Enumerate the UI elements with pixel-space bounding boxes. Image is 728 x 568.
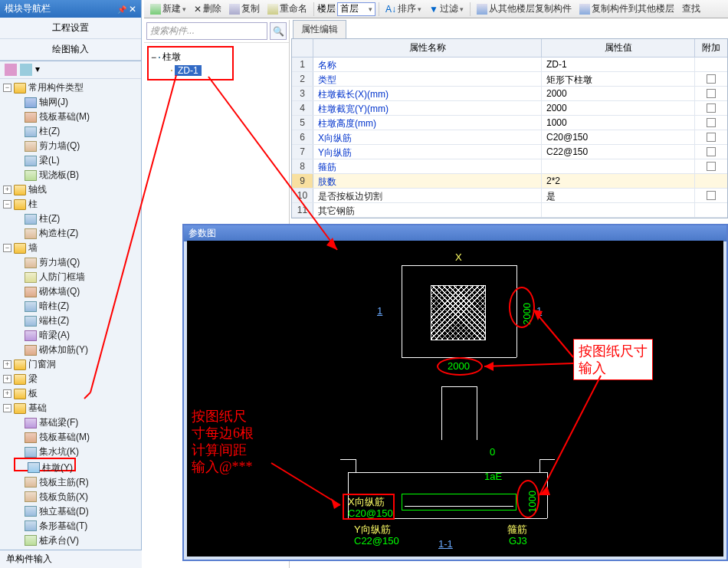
chk-5[interactable]: [707, 118, 716, 127]
nav-ico-2[interactable]: [20, 64, 32, 76]
close-icon[interactable]: ✕: [129, 4, 136, 15]
tree-raft-base[interactable]: 筏板基础(M): [3, 110, 139, 124]
prop-row-4[interactable]: 4柱墩截宽(Y)(mm)2000: [292, 101, 727, 116]
chk-10[interactable]: [707, 191, 716, 200]
tab-draw-input[interactable]: 绘图输入: [0, 39, 141, 61]
svg-line-0: [271, 463, 340, 505]
tree-masonry-rein[interactable]: 砌体加筋(Y): [3, 343, 139, 357]
tree-masonry[interactable]: 砌体墙(Q): [3, 284, 139, 299]
tree-con-col[interactable]: 构造柱(Z): [3, 226, 139, 241]
tree-axis-line[interactable]: +轴线: [3, 182, 139, 197]
prop-row-9[interactable]: 9肢数2*2: [292, 174, 727, 189]
tree-beam-group[interactable]: +梁: [3, 372, 139, 386]
pin-icon[interactable]: 📌: [117, 5, 126, 14]
tree-door-win[interactable]: +门窗洞: [3, 357, 139, 372]
parameter-diagram-window: 参数图 X 2000 2000 1 1 0: [182, 224, 728, 561]
tree-col-group[interactable]: −柱: [3, 197, 139, 212]
tree-raft-main[interactable]: 筏板主筋(R): [3, 475, 139, 490]
property-header: 属性名称 属性值 附加: [292, 39, 727, 57]
tree-cast-slab[interactable]: 现浇板(B): [3, 168, 139, 182]
prop-row-11[interactable]: 11其它钢筋: [292, 203, 727, 218]
tree-foundation[interactable]: −基础: [3, 401, 139, 415]
copy-from-button[interactable]: 从其他楼层复制构件: [474, 1, 575, 17]
chk-3[interactable]: [707, 89, 716, 98]
copy-to-button[interactable]: 复制构件到其他楼层: [576, 1, 677, 17]
x-rebar-spec: C20@150: [348, 507, 393, 519]
nav-ico-1[interactable]: [5, 64, 17, 76]
tree-axis-net[interactable]: 轴网(J): [3, 95, 139, 110]
svg-marker-7: [539, 486, 550, 495]
tree-common[interactable]: −常用构件类型: [3, 80, 139, 95]
copy-button[interactable]: 复制: [226, 1, 263, 17]
prop-row-5[interactable]: 5柱墩高度(mm)1000: [292, 116, 727, 130]
search-button[interactable]: 🔍: [270, 22, 287, 40]
nav-tree: −常用构件类型 轴网(J) 筏板基础(M) 柱(Z) 剪力墙(Q) 梁(L) 现…: [0, 79, 141, 568]
tree-dark-col[interactable]: 暗柱(Z): [3, 299, 139, 314]
delete-button[interactable]: ✕ 删除: [191, 1, 225, 17]
search-icon: 🔍: [273, 26, 284, 37]
nav-panel: 模块导航栏 📌 ✕ 工程设置 绘图输入 ▾ −常用构件类型 轴网(J) 筏板基础…: [0, 0, 142, 568]
chk-8[interactable]: [707, 162, 716, 171]
tree-beam[interactable]: 梁(L): [3, 153, 139, 168]
floor-label: 楼层: [317, 2, 336, 15]
tree-pier-highlight: 柱墩(Y): [14, 458, 76, 471]
prop-row-8[interactable]: 8箍筋: [292, 159, 727, 174]
chk-7[interactable]: [707, 147, 716, 156]
tab-project-settings[interactable]: 工程设置: [0, 18, 141, 39]
tree-pier[interactable]: 柱墩(Y): [17, 461, 73, 475]
prop-row-7[interactable]: 7Y向纵筋C22@150: [292, 145, 727, 159]
chk-6[interactable]: [707, 133, 716, 142]
tree-indep-found[interactable]: 独立基础(D): [3, 504, 139, 519]
prop-row-3[interactable]: 3柱墩截长(X)(mm)2000: [292, 87, 727, 101]
nav-toolbar: ▾: [0, 61, 141, 79]
rename-button[interactable]: 重命名: [264, 1, 310, 17]
tree-column[interactable]: 柱(Z): [3, 124, 139, 139]
comp-root[interactable]: −柱墩: [151, 50, 202, 64]
dim-x-label: X: [455, 251, 462, 263]
tree-wall[interactable]: −墙: [3, 241, 139, 255]
filter-button[interactable]: ▼过滤▾: [426, 1, 467, 17]
diagram-title: 参数图: [184, 225, 726, 241]
comp-child[interactable]: ZD-1: [151, 64, 202, 77]
stirrup-spec: GJ3: [509, 535, 527, 547]
annot-ellipse-y: [509, 287, 535, 328]
svg-marker-1: [331, 498, 340, 509]
tree-col-z[interactable]: 柱(Z): [3, 212, 139, 226]
tree-dark-beam[interactable]: 暗梁(A): [3, 328, 139, 343]
section-label: 1-1: [438, 538, 453, 550]
section-mark-left: 1: [377, 305, 382, 317]
svg-line-4: [484, 363, 573, 366]
prop-row-6[interactable]: 6X向纵筋C20@150: [292, 130, 727, 145]
tree-shear-wall[interactable]: 剪力墙(Q): [3, 139, 139, 153]
chk-2[interactable]: [707, 74, 716, 84]
prop-row-1[interactable]: 1名称ZD-1: [292, 57, 727, 72]
prop-row-10[interactable]: 10是否按板边切割是: [292, 189, 727, 203]
tree-strip-found[interactable]: 条形基础(T): [3, 519, 139, 534]
tree-shear-wall2[interactable]: 剪力墙(Q): [3, 255, 139, 270]
diagram-canvas: X 2000 2000 1 1 0 1aE 1000 X向纵筋: [187, 241, 723, 557]
footer-tab[interactable]: 单构件输入: [0, 550, 142, 568]
tree-raft-neg[interactable]: 筏板负筋(X): [3, 490, 139, 504]
sort-button[interactable]: A↓排序▾: [382, 1, 425, 17]
section-mark-right: 1: [536, 305, 542, 317]
tree-shelter[interactable]: 人防门框墙: [3, 270, 139, 284]
annot-ellipse-x: [437, 357, 483, 376]
tree-raft-base2[interactable]: 筏板基础(M): [3, 430, 139, 445]
nav-title: 模块导航栏 📌 ✕: [0, 0, 141, 18]
y-rebar-spec: C22@150: [354, 535, 399, 547]
tree-found-beam[interactable]: 基础梁(F): [3, 415, 139, 430]
tree-pile-cap[interactable]: 桩承台(V): [3, 534, 139, 548]
new-button[interactable]: 新建▾: [147, 1, 189, 17]
prop-row-2[interactable]: 2类型矩形下柱墩: [292, 72, 727, 87]
tree-end-col[interactable]: 端柱(Z): [3, 314, 139, 328]
svg-line-2: [533, 310, 573, 357]
dim-zero: 0: [490, 446, 495, 458]
chk-4[interactable]: [707, 103, 716, 113]
annotation-left: 按图纸尺 寸每边6根 计算间距 输入@***: [192, 408, 254, 475]
search-input[interactable]: 搜索构件...: [146, 22, 267, 40]
find-button[interactable]: 查找: [679, 1, 703, 17]
tree-slab[interactable]: +板: [3, 386, 139, 401]
annot-ellipse-1000: [516, 480, 539, 518]
floor-combo[interactable]: 首层▾: [337, 2, 375, 16]
property-tab[interactable]: 属性编辑: [293, 20, 346, 38]
